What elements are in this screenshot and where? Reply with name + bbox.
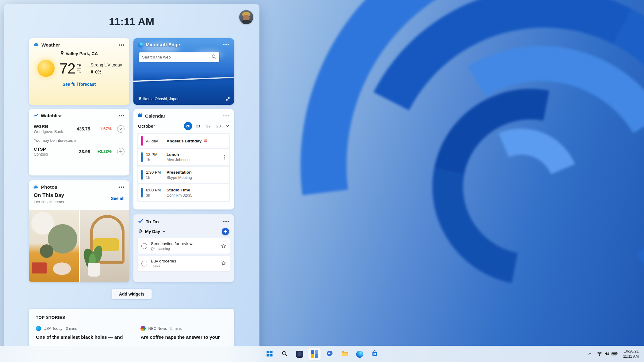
edge-more-options-icon[interactable] [223, 42, 229, 47]
folder-icon [341, 351, 348, 357]
see-full-forecast-link[interactable]: See full forecast [29, 82, 129, 87]
calendar-event[interactable]: 6:00 PM 3h Studio Time Conf Rm 32/35 [138, 184, 229, 201]
stock-name: Contoso [34, 152, 71, 156]
photos-widget: Photos On This Day Oct 20 · 33 items See… [29, 180, 129, 282]
watchlist-suggestion-label: You may be interested in [29, 137, 129, 144]
store-bag-icon [371, 350, 378, 358]
photo-shape [53, 262, 71, 275]
weather-more-options-icon[interactable] [118, 43, 125, 47]
calendar-day-20[interactable]: 20 [184, 122, 192, 130]
task-checkbox[interactable] [141, 243, 147, 249]
widgets-icon [311, 350, 318, 358]
task-title: Send invites for review [151, 241, 193, 246]
task-view-icon [296, 351, 303, 358]
calendar-day-21[interactable]: 21 [194, 122, 202, 130]
todo-more-options-icon[interactable] [223, 219, 229, 224]
stock-symbol: CTSP [34, 146, 71, 152]
chevron-down-icon [162, 229, 166, 234]
edge-search-input[interactable] [142, 55, 212, 59]
event-time: 6:00 PM [146, 188, 163, 192]
photo-thumbnail[interactable] [80, 210, 130, 282]
stock-added-check-icon[interactable] [117, 125, 125, 133]
taskbar-date: 10/20/21 [623, 349, 639, 354]
unit-celsius[interactable]: °C [77, 69, 81, 74]
weather-location: Valley Park, CA [66, 51, 98, 56]
story-headline[interactable]: One of the smallest black holes — and [36, 334, 123, 340]
taskbar-clock[interactable]: 10/20/21 11:11 AM [620, 348, 642, 360]
search-icon [212, 54, 216, 60]
file-explorer-button[interactable] [338, 348, 351, 360]
task-checkbox[interactable] [141, 261, 147, 266]
calendar-day-23[interactable]: 23 [214, 122, 223, 130]
chat-button[interactable] [323, 348, 336, 360]
story-headline[interactable]: Are coffee naps the answer to your [140, 334, 227, 340]
chevron-down-icon[interactable] [224, 123, 229, 129]
stock-change: -1.67% [90, 126, 112, 131]
stock-chart-icon [33, 113, 38, 119]
todo-widget: To Do My Day Send invites for review [133, 214, 234, 282]
calendar-event[interactable]: All day Angela's Birthday [138, 134, 229, 148]
task-row[interactable]: Buy groceries Tasks [138, 256, 230, 271]
news-story[interactable]: NBC News · 5 mins Are coffee naps the an… [140, 326, 227, 340]
watchlist-more-options-icon[interactable] [118, 113, 125, 118]
event-subtitle: Conf Rm 32/35 [167, 193, 192, 198]
star-icon[interactable] [221, 261, 226, 266]
task-row[interactable]: Send invites for review Q4 planning [138, 238, 230, 254]
start-button[interactable] [263, 348, 276, 360]
stock-change: +2.23% [90, 149, 112, 154]
volume-icon [604, 352, 609, 357]
wifi-icon [597, 352, 602, 357]
expand-icon[interactable] [226, 97, 230, 101]
stock-symbol: WGRB [34, 124, 71, 129]
taskbar: 10/20/21 11:11 AM [0, 346, 644, 362]
calendar-month: October [138, 124, 155, 129]
add-widgets-button[interactable]: Add widgets [112, 289, 151, 299]
stock-add-plus-icon[interactable] [117, 148, 125, 155]
usa-today-logo-icon [36, 326, 41, 331]
task-view-button[interactable] [293, 348, 306, 360]
task-subtitle: Tasks [151, 264, 176, 268]
story-byline: NBC News · 5 mins [148, 326, 182, 331]
photos-more-options-icon[interactable] [118, 185, 125, 190]
stock-row[interactable]: WGRB Woodgrove Bank 435.75 -1.67% [29, 121, 129, 137]
edge-search-box[interactable] [139, 52, 219, 62]
todo-list-selector[interactable]: My Day [138, 229, 166, 234]
bridge-shape [133, 77, 234, 82]
stock-price: 23.98 [71, 149, 90, 154]
precipitation-value: 0% [95, 70, 101, 74]
star-icon[interactable] [221, 243, 226, 248]
todo-list-label: My Day [145, 229, 160, 234]
droplet-icon [90, 70, 94, 74]
see-all-link[interactable]: See all [111, 196, 125, 201]
calendar-day-22[interactable]: 22 [204, 122, 213, 130]
photos-title: Photos [41, 184, 57, 190]
search-icon [281, 350, 288, 358]
user-avatar[interactable] [239, 10, 253, 24]
calendar-more-options-icon[interactable] [223, 114, 229, 119]
system-tray-status-button[interactable] [595, 349, 620, 359]
edge-browser-button[interactable] [353, 348, 366, 360]
photo-thumbnail[interactable] [29, 210, 79, 282]
event-duration: 3h [146, 193, 163, 198]
story-byline: USA Today · 3 mins [44, 326, 77, 331]
event-duration: 1h [146, 158, 163, 162]
show-hidden-icons-button[interactable] [585, 349, 594, 359]
search-button[interactable] [278, 348, 291, 360]
stock-row[interactable]: CTSP Contoso 23.98 +2.23% [29, 144, 129, 159]
widgets-button[interactable] [308, 348, 321, 360]
stock-price: 435.75 [71, 126, 90, 131]
microsoft-store-button[interactable] [368, 348, 381, 360]
edge-image-caption[interactable]: Ikema Ohashi, Japan [138, 96, 230, 101]
photo-shape [88, 263, 100, 277]
add-task-button[interactable] [222, 228, 229, 235]
event-more-options-icon[interactable] [223, 154, 226, 161]
news-story[interactable]: USA Today · 3 mins One of the smallest b… [36, 326, 123, 340]
unit-fahrenheit[interactable]: °F [77, 63, 81, 69]
calendar-event[interactable]: 1:30 PM 1h Presentation Skype Meeting [138, 167, 229, 183]
panel-clock: 11:11 AM [4, 16, 259, 28]
calendar-event[interactable]: 12 PM 1h Lunch Alex Johnson [138, 149, 229, 165]
edge-widget: Microsoft Edge Ikema Ohashi, Japan [133, 38, 234, 105]
event-title: Lunch [167, 152, 190, 157]
location-pin-icon [60, 51, 64, 56]
photos-heading: On This Day [34, 192, 64, 198]
